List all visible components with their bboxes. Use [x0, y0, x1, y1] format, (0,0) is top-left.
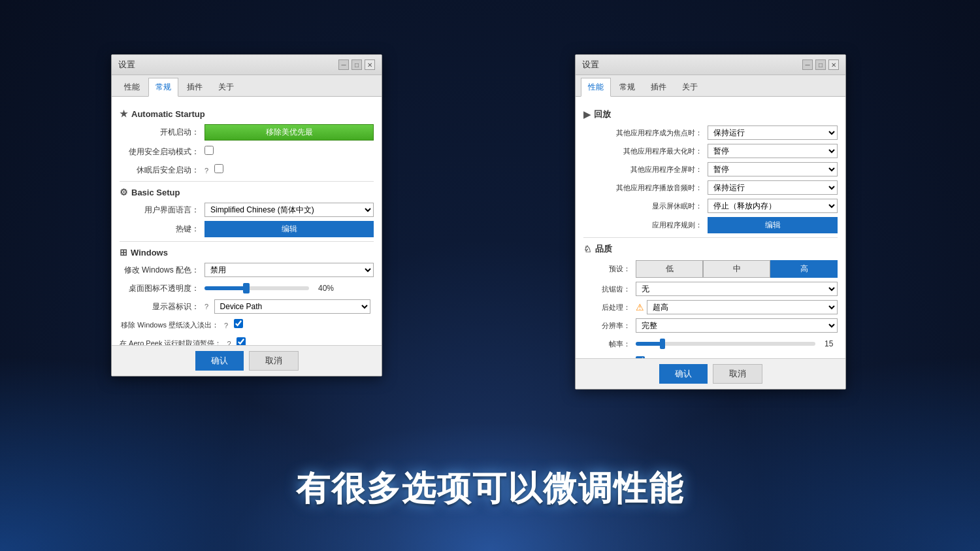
hotkey-edit-button[interactable]: 编辑 [204, 221, 374, 237]
row-safeboot: 使用安全启动模式： [120, 144, 374, 159]
tab-plugins-left[interactable]: 插件 [180, 78, 210, 96]
dialog-left-title: 设置 [118, 59, 135, 71]
help-icon-display[interactable]: ? [204, 303, 208, 310]
ctrl-win-color[interactable]: 禁用 [204, 263, 374, 277]
row-hibernate: 休眠后安全启动： ? [120, 163, 374, 177]
row-maximize: 其他应用程序最大化时： 暂停 [583, 144, 838, 158]
confirm-button-left[interactable]: 确认 [195, 351, 244, 371]
ctrl-safeboot [204, 146, 374, 158]
label-postprocessing: 后处理： [583, 303, 636, 312]
play-icon: ▶ [583, 109, 591, 120]
tab-performance-right[interactable]: 性能 [581, 78, 611, 97]
label-antialiasing: 抗锯齿： [583, 284, 636, 294]
ctrl-fullscreen[interactable]: 暂停 [708, 162, 838, 176]
ctrl-app-rules[interactable]: 编辑 [708, 217, 838, 233]
dialog-right-title: 设置 [582, 59, 599, 71]
maximize-button-right[interactable]: □ [815, 59, 826, 70]
row-postprocessing: 后处理： ⚠ 超高 [583, 300, 838, 314]
tab-general-right[interactable]: 常规 [612, 78, 642, 96]
select-resolution[interactable]: 完整 [636, 318, 838, 333]
tab-plugins-right[interactable]: 插件 [644, 78, 674, 96]
windows-icon: ⊞ [120, 247, 127, 258]
help-icon-aero[interactable]: ? [227, 340, 231, 345]
ctrl-hibernate: ? [204, 164, 374, 176]
ctrl-sleep[interactable]: 停止（释放内存） [708, 199, 838, 213]
dialog-left: 设置 ─ □ ✕ 性能 常规 插件 关于 ★ Automatic Startup… [111, 54, 382, 376]
row-fullscreen: 其他应用程序全屏时： 暂停 [583, 162, 838, 176]
label-preset: 预设： [583, 264, 636, 274]
ctrl-language[interactable]: Simplified Chinese (简体中文) [204, 203, 374, 217]
title-controls-left: ─ □ ✕ [338, 59, 375, 70]
ctrl-aero-peek: ? [227, 337, 374, 345]
help-icon-wallpaper[interactable]: ? [224, 322, 228, 329]
row-sleep: 显示屏休眠时： 停止（释放内存） [583, 199, 838, 213]
close-button-left[interactable]: ✕ [365, 59, 375, 70]
label-display-id: 显示器标识： [120, 301, 204, 312]
checkbox-wallpaper[interactable] [234, 319, 243, 328]
minimize-button-right[interactable]: ─ [802, 59, 813, 70]
section-playback-label: 回放 [594, 109, 611, 120]
ctrl-preset[interactable]: 低 中 高 [636, 260, 838, 278]
row-win-color: 修改 Windows 配色： 禁用 [120, 263, 374, 277]
row-audio: 其他应用程序播放音频时： 保持运行 [583, 180, 838, 195]
checkbox-safeboot[interactable] [204, 146, 214, 155]
framerate-slider-track[interactable] [636, 342, 815, 346]
ctrl-autostart[interactable]: 移除美优先最 [204, 124, 374, 141]
confirm-button-right[interactable]: 确认 [659, 364, 708, 384]
green-startup-button[interactable]: 移除美优先最 [204, 124, 374, 141]
title-bar-left: 设置 ─ □ ✕ [112, 55, 382, 75]
select-maximize[interactable]: 暂停 [708, 144, 838, 158]
select-antialiasing[interactable]: 无 [636, 282, 838, 296]
select-audio[interactable]: 保持运行 [708, 180, 838, 195]
minimize-button-left[interactable]: ─ [338, 59, 349, 70]
select-display-id[interactable]: Device Path [214, 299, 370, 314]
select-language[interactable]: Simplified Chinese (简体中文) [204, 203, 374, 217]
checkbox-aero[interactable] [237, 337, 246, 345]
checkbox-hibernate[interactable] [214, 164, 223, 173]
label-audio: 其他应用程序播放音频时： [583, 183, 708, 193]
tab-about-right[interactable]: 关于 [675, 78, 705, 96]
label-hotkey: 热键： [120, 224, 204, 235]
ctrl-maximize[interactable]: 暂停 [708, 144, 838, 158]
dialog-right-content: ▶ 回放 其他应用程序成为焦点时： 保持运行 其他应用程序最大化时： 暂停 其他… [576, 97, 845, 358]
ctrl-antialiasing[interactable]: 无 [636, 282, 838, 296]
opacity-value: 40% [318, 284, 338, 293]
select-fullscreen[interactable]: 暂停 [708, 162, 838, 176]
label-wallpaper-fade: 移除 Windows 壁纸淡入淡出： [120, 320, 224, 330]
maximize-button-left[interactable]: □ [351, 59, 362, 70]
ctrl-focus[interactable]: 保持运行 [708, 125, 838, 140]
tab-performance-left[interactable]: 性能 [117, 78, 147, 96]
section-basic-label: Basic Setup [131, 188, 180, 197]
ctrl-opacity: 40% [204, 284, 374, 293]
select-postprocessing[interactable]: 超高 [647, 300, 838, 314]
close-button-right[interactable]: ✕ [828, 59, 839, 70]
quality-low-button[interactable]: 低 [636, 260, 703, 278]
cancel-button-right[interactable]: 取消 [713, 364, 762, 384]
label-framerate: 帧率： [583, 339, 636, 349]
tab-general-left[interactable]: 常规 [148, 78, 178, 97]
ctrl-hotkey[interactable]: 编辑 [204, 221, 374, 237]
quality-mid-button[interactable]: 中 [703, 260, 770, 278]
checkbox-reflection[interactable] [636, 356, 645, 358]
help-icon-hibernate[interactable]: ? [204, 167, 208, 175]
ctrl-display-id: ? Device Path [204, 299, 374, 314]
bg-glow-left [0, 355, 392, 551]
section-header-windows: ⊞ Windows [120, 247, 374, 259]
label-language: 用户界面语言： [120, 205, 204, 216]
ctrl-audio[interactable]: 保持运行 [708, 180, 838, 195]
ctrl-resolution[interactable]: 完整 [636, 318, 838, 333]
ctrl-framerate: 15 [636, 339, 838, 348]
app-rules-edit-button[interactable]: 编辑 [708, 217, 838, 233]
label-win-color: 修改 Windows 配色： [120, 265, 204, 276]
quality-icon: ♘ [583, 244, 592, 254]
quality-high-button[interactable]: 高 [770, 260, 838, 278]
select-sleep[interactable]: 停止（释放内存） [708, 199, 838, 213]
section-windows-label: Windows [131, 248, 168, 258]
label-fullscreen: 其他应用程序全屏时： [583, 165, 708, 175]
label-opacity: 桌面图标不透明度： [120, 283, 204, 294]
tab-about-left[interactable]: 关于 [211, 78, 241, 96]
select-focus[interactable]: 保持运行 [708, 125, 838, 140]
select-win-color[interactable]: 禁用 [204, 263, 374, 277]
cancel-button-left[interactable]: 取消 [249, 351, 299, 371]
gear-icon-basic: ⚙ [120, 187, 128, 197]
